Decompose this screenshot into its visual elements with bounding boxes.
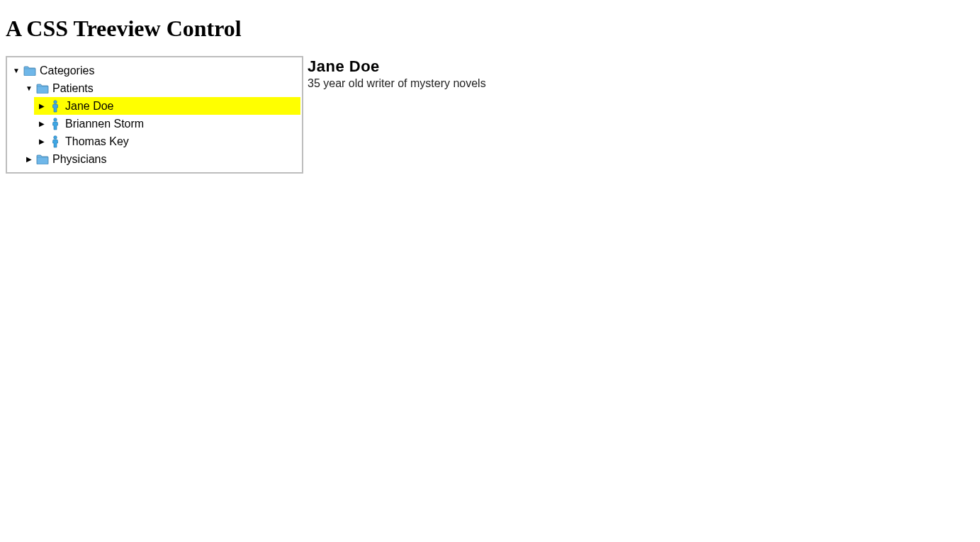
tree-node-briannen-storm[interactable]: ▶ Briannen Storm	[34, 115, 300, 132]
person-icon	[48, 118, 62, 130]
tree-label: Thomas Key	[65, 132, 129, 150]
tree-row[interactable]: ▶ Thomas Key	[34, 132, 300, 150]
tree-node-jane-doe[interactable]: ▶ Jane Doe	[34, 97, 300, 115]
svg-point-1	[54, 118, 57, 121]
chevron-right-icon[interactable]: ▶	[24, 150, 34, 168]
tree-node-categories[interactable]: ▼ Categories ▼	[9, 62, 300, 168]
tree-label: Physicians	[52, 150, 106, 168]
detail-description: 35 year old writer of mystery novels	[308, 77, 486, 90]
tree-node-patients[interactable]: ▼ Patients	[21, 79, 300, 150]
main-layout: ▼ Categories ▼	[6, 56, 974, 174]
chevron-right-icon[interactable]: ▶	[37, 115, 47, 132]
folder-icon	[35, 84, 50, 94]
tree-row[interactable]: ▼ Patients	[21, 79, 300, 97]
person-icon	[48, 135, 62, 148]
chevron-down-icon[interactable]: ▼	[24, 79, 34, 97]
tree-panel: ▼ Categories ▼	[6, 56, 303, 174]
detail-title: Jane Doe	[308, 57, 486, 76]
tree-node-thomas-key[interactable]: ▶ Thomas Key	[34, 132, 300, 150]
tree-node-physicians[interactable]: ▶ Physicians	[21, 150, 300, 168]
tree-row[interactable]: ▶ Jane Doe	[34, 97, 300, 115]
tree-label: Jane Doe	[65, 97, 114, 115]
tree-label: Patients	[52, 79, 94, 97]
svg-point-2	[54, 135, 57, 139]
chevron-right-icon[interactable]: ▶	[37, 132, 47, 150]
tree-row[interactable]: ▶ Physicians	[21, 150, 300, 168]
chevron-right-icon[interactable]: ▶	[37, 97, 47, 115]
page-title: A CSS Treeview Control	[6, 16, 974, 42]
detail-panel: Jane Doe 35 year old writer of mystery n…	[308, 56, 486, 90]
tree-label: Categories	[40, 62, 94, 79]
folder-icon	[35, 154, 50, 164]
folder-icon	[23, 66, 37, 76]
person-icon	[48, 100, 62, 113]
treeview[interactable]: ▼ Categories ▼	[9, 62, 300, 168]
svg-point-0	[54, 100, 57, 103]
tree-row[interactable]: ▼ Categories	[9, 62, 300, 79]
tree-row[interactable]: ▶ Briannen Storm	[34, 115, 300, 132]
chevron-down-icon[interactable]: ▼	[11, 62, 21, 79]
tree-label: Briannen Storm	[65, 115, 144, 132]
